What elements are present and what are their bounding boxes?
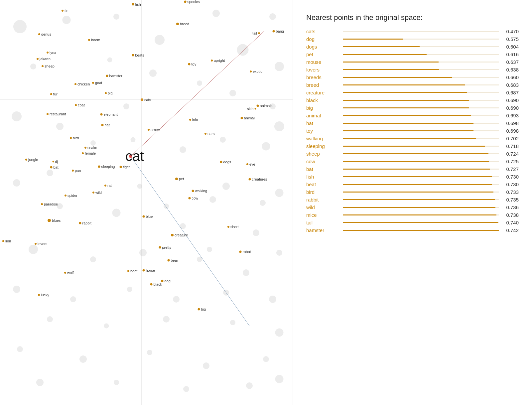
nearest-label: animal bbox=[306, 113, 339, 118]
scatter-node[interactable] bbox=[2, 240, 4, 242]
scatter-node[interactable] bbox=[50, 166, 53, 169]
scatter-node[interactable] bbox=[37, 58, 39, 60]
scatter-node[interactable] bbox=[192, 190, 194, 192]
scatter-node-label: toy bbox=[192, 62, 197, 66]
scatter-node[interactable] bbox=[92, 192, 94, 194]
nearest-bar-wrap bbox=[343, 222, 499, 223]
scatter-node[interactable] bbox=[35, 243, 37, 245]
scatter-node[interactable] bbox=[42, 65, 44, 67]
scatter-node[interactable] bbox=[92, 82, 94, 84]
svg-point-57 bbox=[123, 103, 129, 109]
nearest-label: bat bbox=[306, 166, 339, 172]
scatter-node[interactable] bbox=[48, 219, 51, 222]
nearest-value: 0.736 bbox=[502, 204, 519, 210]
scatter-node[interactable] bbox=[143, 269, 145, 272]
scatter-node[interactable] bbox=[241, 117, 243, 119]
scatter-node[interactable] bbox=[161, 280, 164, 282]
scatter-node[interactable] bbox=[84, 147, 86, 149]
scatter-node[interactable] bbox=[53, 161, 54, 163]
scatter-node[interactable] bbox=[204, 133, 206, 135]
scatter-node[interactable] bbox=[79, 222, 81, 224]
svg-point-25 bbox=[112, 209, 121, 217]
scatter-node[interactable] bbox=[47, 52, 49, 54]
scatter-node[interactable] bbox=[148, 129, 150, 131]
scatter-node-label: wild bbox=[95, 191, 102, 195]
scatter-node[interactable] bbox=[257, 105, 259, 107]
nearest-item: tail0.740 bbox=[306, 220, 519, 225]
scatter-node-label: dog bbox=[165, 279, 171, 283]
scatter-node-label: breed bbox=[180, 22, 189, 26]
scatter-node[interactable] bbox=[38, 33, 40, 35]
nearest-item: sheep0.724 bbox=[306, 151, 519, 157]
scatter-node-label: elephant bbox=[104, 112, 118, 116]
scatter-node[interactable] bbox=[227, 226, 229, 228]
scatter-node[interactable] bbox=[132, 54, 134, 57]
scatter-node[interactable] bbox=[47, 113, 49, 115]
nearest-bar-wrap bbox=[343, 107, 499, 108]
scatter-node[interactable] bbox=[120, 166, 122, 168]
scatter-node[interactable] bbox=[64, 272, 66, 274]
scatter-node[interactable] bbox=[255, 108, 256, 110]
nearest-bar bbox=[343, 100, 469, 101]
scatter-node[interactable] bbox=[41, 203, 43, 205]
scatter-node[interactable] bbox=[189, 197, 191, 200]
nearest-bar bbox=[343, 161, 489, 162]
nearest-bar-wrap bbox=[343, 69, 499, 70]
scatter-node[interactable] bbox=[127, 270, 129, 272]
scatter-node[interactable] bbox=[88, 39, 90, 41]
scatter-node[interactable] bbox=[143, 215, 145, 218]
scatter-node[interactable] bbox=[104, 185, 106, 187]
scatter-node[interactable] bbox=[141, 98, 143, 101]
scatter-node[interactable] bbox=[100, 113, 103, 116]
scatter-node-label: sheep bbox=[45, 64, 55, 68]
scatter-node[interactable] bbox=[220, 161, 222, 163]
scatter-node[interactable] bbox=[50, 93, 52, 95]
scatter-node[interactable] bbox=[98, 166, 100, 168]
scatter-node[interactable] bbox=[106, 75, 108, 77]
scatter-node[interactable] bbox=[82, 152, 84, 154]
scatter-node[interactable] bbox=[132, 3, 134, 6]
scatter-node-label: pan bbox=[75, 169, 81, 173]
scatter-node[interactable] bbox=[150, 283, 153, 286]
scatter-node[interactable] bbox=[188, 63, 191, 66]
scatter-node[interactable] bbox=[249, 178, 251, 181]
scatter-node[interactable] bbox=[246, 163, 248, 165]
nearest-item: bat0.727 bbox=[306, 166, 519, 172]
scatter-node[interactable] bbox=[101, 124, 104, 126]
nearest-bar bbox=[343, 84, 465, 85]
scatter-node[interactable] bbox=[189, 119, 191, 121]
svg-point-30 bbox=[29, 245, 38, 254]
scatter-node[interactable] bbox=[250, 70, 252, 72]
scatter-node-label: blues bbox=[52, 218, 61, 222]
nearest-bar bbox=[343, 92, 467, 93]
sidebar: Nearest points in the original space: ca… bbox=[293, 0, 532, 405]
scatter-node[interactable] bbox=[184, 1, 187, 3]
scatter-node[interactable] bbox=[25, 159, 27, 161]
nearest-bar-wrap bbox=[343, 192, 499, 193]
scatter-node-label: spider bbox=[67, 194, 77, 198]
scatter-node[interactable] bbox=[171, 234, 174, 236]
scatter-node[interactable] bbox=[75, 104, 77, 106]
scatter-node[interactable] bbox=[198, 308, 200, 311]
scatter-node[interactable] bbox=[159, 246, 161, 249]
scatter-node[interactable] bbox=[211, 60, 213, 62]
scatter-node[interactable] bbox=[176, 23, 179, 25]
scatter-node[interactable] bbox=[72, 170, 74, 172]
svg-point-60 bbox=[222, 183, 230, 190]
scatter-node[interactable] bbox=[273, 30, 275, 33]
scatter-node[interactable] bbox=[70, 137, 72, 139]
scatter-node[interactable] bbox=[74, 83, 76, 85]
nearest-bar-wrap bbox=[343, 153, 499, 154]
scatter-node[interactable] bbox=[239, 251, 242, 253]
scatter-node[interactable] bbox=[258, 32, 260, 34]
nearest-item: breed0.683 bbox=[306, 82, 519, 88]
scatter-node[interactable] bbox=[62, 10, 64, 12]
svg-point-5 bbox=[155, 35, 165, 45]
scatter-node[interactable] bbox=[175, 178, 178, 180]
nearest-bar-wrap bbox=[343, 169, 499, 170]
svg-point-51 bbox=[263, 356, 269, 362]
scatter-node[interactable] bbox=[38, 294, 40, 296]
scatter-node[interactable] bbox=[168, 259, 170, 262]
scatter-node[interactable] bbox=[65, 195, 66, 197]
scatter-node[interactable] bbox=[105, 92, 107, 94]
